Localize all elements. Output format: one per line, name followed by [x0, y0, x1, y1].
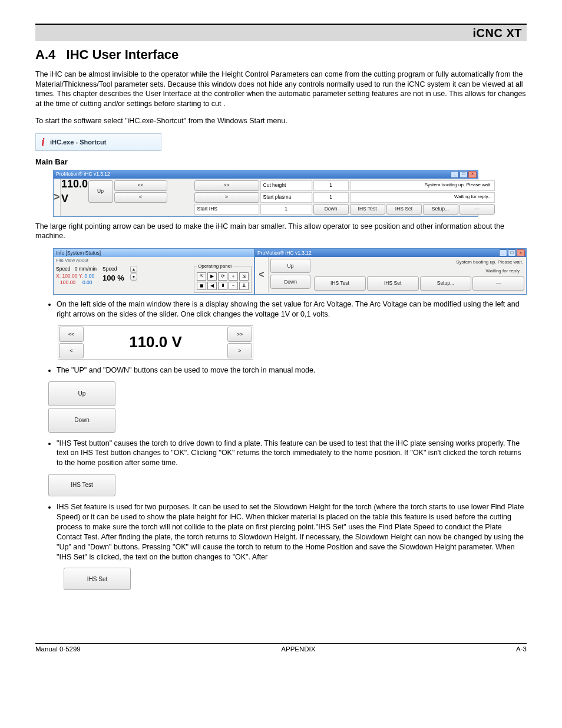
fig-voltage-value: 110.0 V	[84, 326, 227, 359]
ihs-set-button[interactable]: IHS Set	[386, 204, 422, 215]
bullet-ihs-test: "IHS Test button" causes the torch to dr…	[57, 439, 527, 469]
op-panel-label: Operating panel	[197, 263, 233, 269]
footer-center: APPENDIX	[281, 645, 315, 654]
fig-ihs-test-button[interactable]: IHS Test	[48, 474, 115, 496]
fig-volt-dec[interactable]: <	[59, 343, 84, 358]
maximize-icon[interactable]: □	[508, 249, 516, 256]
ihc-i-icon: i	[36, 135, 50, 149]
setup-button[interactable]: Setup...	[423, 204, 458, 215]
speed-block: Speed 0 mm/min X: 100.00 Y: 0.00 100.00 …	[56, 266, 97, 286]
start-plasma-value: 1	[313, 192, 349, 203]
op-btn-7[interactable]: ◀	[207, 282, 217, 290]
compact-ihs-set-button[interactable]: IHS Set	[367, 276, 419, 291]
y-label: Y:	[79, 273, 84, 279]
cut-height-value: 1	[313, 180, 349, 191]
fig-volt-inc-fast[interactable]: >>	[227, 327, 252, 342]
bullet-ihs-set: IHS Set feature is used for two purposes…	[57, 502, 527, 562]
ihs-test-button[interactable]: IHS Test	[350, 204, 385, 215]
op-btn-3[interactable]: ⟳	[218, 272, 227, 281]
compact-title: ProMotion® iHC v1.3.12	[257, 250, 312, 256]
spin-up-icon[interactable]: ▲	[130, 266, 137, 273]
speed-percent: 100 %	[103, 273, 124, 284]
para-arrow-desc: The large right pointing arrow can be us…	[35, 222, 527, 242]
footer-left: Manual 0-5299	[35, 645, 81, 654]
fig-down-button[interactable]: Down	[48, 408, 115, 433]
collapse-button[interactable]: —	[459, 204, 495, 215]
op-btn-4[interactable]: ＋	[229, 272, 238, 281]
compact-titlebar: ProMotion® iHC v1.3.12 _ □ ×	[255, 249, 526, 257]
window-buttons: _ □ ×	[451, 171, 477, 178]
info-title: Info [System Status]	[56, 250, 101, 256]
op-btn-1[interactable]: ⇱	[197, 272, 206, 281]
speed-value: 0 mm/min	[75, 266, 97, 272]
compact-setup-button[interactable]: Setup...	[420, 276, 472, 291]
expand-right-arrow[interactable]: >	[54, 179, 61, 216]
up-button[interactable]: Up	[88, 180, 113, 203]
ihs-set-figure: IHS Set	[64, 568, 131, 590]
start-plasma-label: Start plasma	[260, 192, 312, 203]
volt-dec-fast-button[interactable]: <<	[114, 180, 167, 191]
bullet-arc-voltage: On the left side of the main window ther…	[57, 299, 527, 319]
minimize-icon[interactable]: _	[499, 249, 507, 256]
compact-collapse-button[interactable]: —	[472, 276, 524, 291]
y2-value: 0.00	[82, 279, 92, 285]
compact-up-button[interactable]: Up	[270, 259, 310, 273]
updown-figure: Up Down	[48, 381, 115, 433]
op-btn-6[interactable]: ◼	[197, 282, 206, 290]
footer-right: A-3	[516, 645, 527, 654]
spin-down-icon[interactable]: ▼	[130, 274, 137, 281]
x1-value: 100.00	[62, 273, 77, 279]
down-button[interactable]: Down	[313, 204, 349, 215]
start-ihs-value: 1	[260, 204, 312, 215]
compact-ihs-test-button[interactable]: IHS Test	[314, 276, 366, 291]
compact-row: Info [System Status] File View About Spe…	[53, 248, 527, 295]
brand-band: iCNC XT	[35, 24, 527, 41]
status-booting: System booting up. Please wait.	[350, 180, 495, 191]
operating-panel: Operating panel ⇱ ▶ ⟳ ＋ ⇲ ◼ ◀ ⏸ － ⇊	[194, 266, 252, 293]
op-btn-9[interactable]: －	[229, 282, 238, 290]
cut-height-label: Cut height	[260, 180, 312, 191]
brand-text: iCNC XT	[473, 25, 523, 41]
mainbar-window: ProMotion® iHC v1.3.12 _ □ × > << 110.0 …	[53, 170, 478, 217]
minimize-icon[interactable]: _	[451, 171, 459, 178]
expand-left-arrow[interactable]: <	[255, 257, 269, 292]
x2-value: 100.00	[60, 279, 75, 285]
fig-up-button[interactable]: Up	[48, 381, 115, 406]
info-titlebar: Info [System Status]	[54, 249, 254, 257]
speed-label: Speed	[56, 266, 71, 272]
speed-spinner[interactable]: ▲ ▼	[130, 266, 137, 281]
bullet-up-down: The "UP" and "DOWN" buttons can be used …	[57, 365, 527, 375]
compact-mainbar-window: ProMotion® iHC v1.3.12 _ □ × < Up Down S…	[254, 248, 527, 295]
close-icon[interactable]: ×	[468, 171, 477, 178]
close-icon[interactable]: ×	[517, 249, 525, 256]
fig-volt-dec-fast[interactable]: <<	[59, 327, 84, 342]
compact-down-button[interactable]: Down	[270, 275, 310, 289]
shortcut-tile[interactable]: i iHC.exe - Shortcut	[35, 133, 161, 151]
y1-value: 0.00	[85, 273, 95, 279]
intro-paragraph-2: To start the software select "iHC.exe-Sh…	[35, 116, 527, 126]
x-label: X:	[56, 273, 61, 279]
status-waiting: Waiting for reply...	[350, 192, 495, 203]
op-btn-2[interactable]: ▶	[207, 272, 217, 281]
section-name: IHC User Interface	[67, 47, 179, 62]
mainbar-titlebar: ProMotion® iHC v1.3.12 _ □ ×	[54, 170, 478, 179]
op-btn-5[interactable]: ⇲	[239, 272, 249, 281]
fig-ihs-set-button[interactable]: IHS Set	[64, 568, 131, 590]
mainbar-subhead: Main Bar	[35, 157, 527, 167]
compact-status-2: Waiting for reply...	[314, 268, 524, 275]
op-btn-10[interactable]: ⇊	[239, 282, 249, 290]
section-number: A.4	[35, 47, 55, 62]
shortcut-label: iHC.exe - Shortcut	[50, 138, 106, 147]
fig-volt-inc[interactable]: >	[227, 343, 252, 358]
speed2-label: Speed	[103, 266, 124, 272]
section-title: A.4 IHC User Interface	[35, 46, 527, 64]
page-header: iCNC XT	[35, 24, 527, 41]
volt-inc-button[interactable]: >	[194, 192, 259, 203]
ihs-test-figure: IHS Test	[48, 474, 115, 496]
info-window: Info [System Status] File View About Spe…	[53, 248, 254, 295]
op-btn-8[interactable]: ⏸	[218, 282, 227, 290]
volt-inc-fast-button[interactable]: >>	[194, 180, 259, 191]
volt-dec-button[interactable]: <	[114, 192, 167, 203]
voltage-display: 110.0 V	[62, 180, 87, 203]
maximize-icon[interactable]: □	[459, 171, 468, 178]
